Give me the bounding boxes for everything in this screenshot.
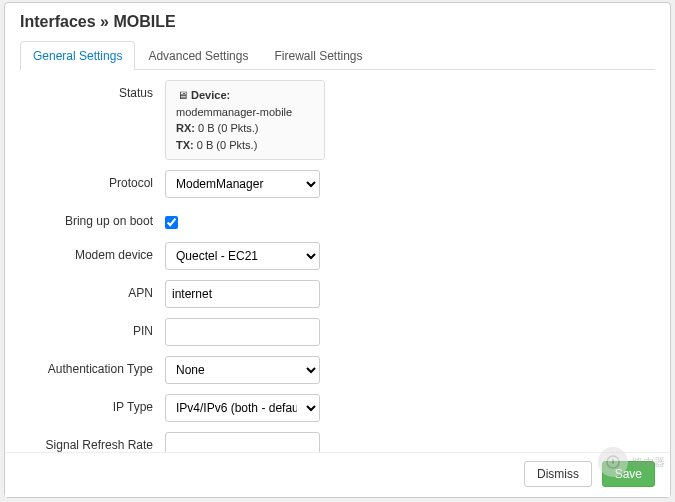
- row-auth-type: Authentication Type None: [25, 356, 650, 384]
- row-signal-refresh: Signal Refresh Rate In seconds: [25, 432, 650, 452]
- row-bring-up: Bring up on boot: [25, 208, 650, 232]
- label-bring-up: Bring up on boot: [25, 208, 165, 228]
- label-auth-type: Authentication Type: [25, 356, 165, 376]
- tabs-bar: General Settings Advanced Settings Firew…: [20, 41, 655, 70]
- label-protocol: Protocol: [25, 170, 165, 190]
- status-rx-value: 0 B (0 Pkts.): [198, 122, 259, 134]
- row-status: Status 🖥 Device: modemmanager-mobile RX:…: [25, 80, 650, 160]
- tab-firewall-settings[interactable]: Firewall Settings: [261, 41, 375, 70]
- row-apn: APN: [25, 280, 650, 308]
- status-control: 🖥 Device: modemmanager-mobile RX: 0 B (0…: [165, 80, 325, 160]
- status-rx-label: RX:: [176, 122, 195, 134]
- status-device-value: modemmanager-mobile: [176, 106, 292, 118]
- tab-advanced-settings[interactable]: Advanced Settings: [135, 41, 261, 70]
- watermark-icon: [598, 447, 628, 477]
- signal-refresh-input[interactable]: [165, 432, 320, 452]
- apn-input[interactable]: [165, 280, 320, 308]
- interface-config-modal: Interfaces » MOBILE General Settings Adv…: [4, 2, 671, 498]
- row-protocol: Protocol ModemManager: [25, 170, 650, 198]
- row-ip-type: IP Type IPv4/IPv6 (both - defaults to IP…: [25, 394, 650, 422]
- bring-up-checkbox[interactable]: [165, 216, 178, 229]
- label-apn: APN: [25, 280, 165, 300]
- page-title: Interfaces » MOBILE: [20, 13, 655, 31]
- modal-footer: Dismiss Save: [5, 452, 670, 497]
- label-ip-type: IP Type: [25, 394, 165, 414]
- dismiss-button[interactable]: Dismiss: [524, 461, 592, 487]
- watermark: 路由器: [598, 447, 665, 477]
- ip-type-select[interactable]: IPv4/IPv6 (both - defaults to IPv4): [165, 394, 320, 422]
- form-body: Status 🖥 Device: modemmanager-mobile RX:…: [5, 70, 670, 452]
- device-icon: 🖥: [176, 87, 188, 104]
- protocol-select[interactable]: ModemManager: [165, 170, 320, 198]
- row-pin: PIN: [25, 318, 650, 346]
- label-modem-device: Modem device: [25, 242, 165, 262]
- auth-type-select[interactable]: None: [165, 356, 320, 384]
- tab-general-settings[interactable]: General Settings: [20, 41, 135, 70]
- label-pin: PIN: [25, 318, 165, 338]
- status-box: 🖥 Device: modemmanager-mobile RX: 0 B (0…: [165, 80, 325, 160]
- svg-rect-1: [612, 459, 614, 464]
- row-modem-device: Modem device Quectel - EC21: [25, 242, 650, 270]
- pin-input[interactable]: [165, 318, 320, 346]
- modal-header: Interfaces » MOBILE: [5, 3, 670, 36]
- status-tx-label: TX:: [176, 139, 194, 151]
- status-device-label: Device:: [191, 89, 230, 101]
- label-signal-refresh: Signal Refresh Rate: [25, 432, 165, 452]
- label-status: Status: [25, 80, 165, 100]
- status-tx-value: 0 B (0 Pkts.): [197, 139, 258, 151]
- modem-device-select[interactable]: Quectel - EC21: [165, 242, 320, 270]
- watermark-text: 路由器: [632, 455, 665, 470]
